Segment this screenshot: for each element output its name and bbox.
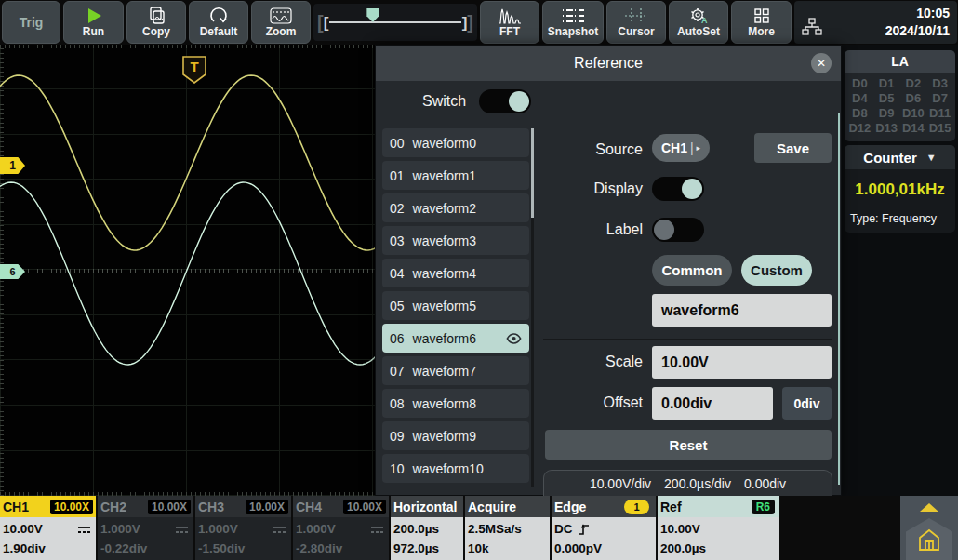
more-button[interactable]: More bbox=[731, 1, 792, 44]
counter-dropdown[interactable]: Counter ▼ bbox=[845, 145, 955, 169]
horizontal-cell[interactable]: Horizontal 200.0µs 972.0µs bbox=[391, 496, 463, 560]
acquire-cell[interactable]: Acquire 2.5MSa/s 10k bbox=[465, 496, 550, 560]
digital-channel-label: D12 bbox=[846, 121, 873, 136]
network-icon bbox=[802, 18, 822, 40]
source-label: Source bbox=[540, 141, 643, 158]
digital-channel-label: D1 bbox=[873, 76, 900, 91]
digital-channel-label: D3 bbox=[926, 76, 953, 91]
channel-name: CH1 bbox=[3, 500, 29, 514]
save-button[interactable]: Save bbox=[754, 133, 832, 163]
channel-scale: 10.00V bbox=[3, 519, 43, 539]
ref-slot-badge: R6 bbox=[752, 500, 775, 514]
ref-cell[interactable]: Ref R6 10.00V 200.0µs bbox=[658, 496, 779, 560]
trig-button[interactable]: Trig bbox=[2, 1, 60, 44]
horizontal-timebase: 200.0µs bbox=[393, 519, 460, 539]
scale-input[interactable]: 10.00V bbox=[652, 346, 832, 379]
waveform-item-number: 08 bbox=[390, 396, 405, 411]
waveform-list-item[interactable]: 03waveform3 bbox=[382, 226, 529, 255]
waveform-list-item[interactable]: 10waveform10 bbox=[382, 454, 529, 483]
snapshot-list-icon bbox=[561, 7, 585, 24]
waveform-list-item[interactable]: 08waveform8 bbox=[382, 389, 529, 418]
collapse-up-icon bbox=[920, 503, 938, 512]
waveform-list-item[interactable]: 07waveform7 bbox=[382, 356, 529, 385]
default-label: Default bbox=[200, 25, 238, 38]
ref-timebase-readout: 200.0µs/div bbox=[664, 476, 731, 491]
waveform-item-number: 07 bbox=[390, 364, 405, 379]
trigger-level-marker[interactable]: T bbox=[182, 56, 206, 84]
autoset-label: AutoSet bbox=[677, 25, 720, 38]
dialog-scrollbar[interactable] bbox=[838, 113, 840, 485]
copy-button[interactable]: Copy bbox=[126, 1, 186, 44]
reference-switch-toggle[interactable] bbox=[479, 89, 531, 113]
reset-button[interactable]: Reset bbox=[545, 430, 832, 460]
trigger-position-marker[interactable] bbox=[366, 8, 379, 22]
common-button[interactable]: Common bbox=[652, 255, 732, 286]
waveform-list-item[interactable]: 02waveform2 bbox=[382, 193, 529, 222]
digital-channel-label: D13 bbox=[873, 121, 900, 136]
edge-coupling: DC bbox=[554, 519, 573, 539]
dc-coupling-icon bbox=[175, 525, 189, 534]
default-button[interactable]: Default bbox=[189, 1, 248, 44]
list-scrollbar[interactable] bbox=[531, 128, 534, 487]
waveform-list-item[interactable]: 05waveform5 bbox=[382, 291, 529, 320]
digital-channel-label: D15 bbox=[926, 121, 953, 136]
timeline-inner-left-bracket: [ bbox=[324, 15, 329, 31]
channel-offset: 1.90div bbox=[3, 539, 93, 558]
waveform-list-item[interactable]: 01waveform1 bbox=[382, 161, 529, 190]
scale-label: Scale bbox=[540, 353, 643, 370]
acquire-samplerate: 2.5MSa/s bbox=[468, 519, 547, 539]
waveform-item-name: waveform2 bbox=[413, 201, 476, 216]
probe-atten-badge: 10.00X bbox=[246, 500, 288, 514]
waveform-list-item[interactable]: 00waveform0 bbox=[382, 128, 529, 157]
home-button[interactable] bbox=[900, 496, 958, 560]
cursor-label: Cursor bbox=[618, 25, 654, 38]
waveform-list-item[interactable]: 09waveform9 bbox=[382, 421, 529, 450]
zoom-button[interactable]: Zoom bbox=[251, 1, 311, 44]
zero-div-button[interactable]: 0div bbox=[782, 387, 832, 420]
counter-type: Type: Frequency bbox=[850, 212, 955, 225]
waveform-item-name: waveform5 bbox=[413, 299, 476, 313]
channel-cell-ch2[interactable]: CH210.00X1.000V-0.22div bbox=[98, 496, 193, 560]
custom-button[interactable]: Custom bbox=[741, 255, 812, 286]
channel-cell-ch3[interactable]: CH310.00X1.000V-1.50div bbox=[195, 496, 291, 560]
la-panel[interactable]: LA D0D1D2D3D4D5D6D7D8D9D10D11D12D13D14D1… bbox=[845, 50, 955, 141]
digital-channel-label: D7 bbox=[926, 91, 953, 106]
autoset-button[interactable]: A AutoSet bbox=[669, 1, 728, 44]
waveform-item-name: waveform7 bbox=[413, 364, 476, 379]
oscilloscope-screen: Trig Run Copy Default Zoom [ [ ] ] bbox=[0, 0, 958, 560]
display-toggle[interactable] bbox=[652, 177, 704, 201]
copy-label: Copy bbox=[142, 25, 170, 38]
waveform-item-number: 02 bbox=[390, 201, 405, 216]
autoset-gear-icon: A bbox=[688, 7, 709, 24]
clock-block[interactable]: 10:05 2024/10/11 bbox=[794, 1, 957, 44]
label-toggle[interactable] bbox=[652, 218, 704, 242]
offset-input[interactable]: 0.00div bbox=[652, 387, 773, 420]
waveform-list-item[interactable]: 04waveform4 bbox=[382, 259, 529, 287]
digital-channel-label: D5 bbox=[873, 91, 900, 106]
waveform-item-number: 04 bbox=[390, 266, 405, 281]
channel-scale: 1.000V bbox=[198, 519, 238, 539]
source-select[interactable]: CH1 | ▸ bbox=[652, 134, 710, 162]
ref-timebase: 200.0µs bbox=[660, 539, 777, 558]
fft-button[interactable]: FFT bbox=[480, 1, 539, 44]
cursor-button[interactable]: Cursor bbox=[606, 1, 666, 44]
acquire-title: Acquire bbox=[465, 496, 550, 517]
probe-atten-badge: 10.00X bbox=[50, 500, 93, 514]
edge-source-badge: 1 bbox=[624, 500, 649, 514]
horizontal-position-indicator[interactable]: [ [ ] ] bbox=[313, 4, 477, 41]
channel-cell-ch1[interactable]: CH110.00X10.00V1.90div bbox=[0, 496, 96, 560]
counter-panel: Counter ▼ 1.000,01kHz Type: Frequency bbox=[845, 145, 955, 233]
digital-channel-grid: D0D1D2D3D4D5D6D7D8D9D10D11D12D13D14D15 bbox=[845, 73, 955, 141]
edge-trigger-cell[interactable]: Edge 1 DC 0.000pV bbox=[552, 496, 656, 560]
waveform-item-name: waveform4 bbox=[413, 266, 476, 281]
waveform-list-item[interactable]: 06waveform6 bbox=[382, 324, 529, 353]
zoom-label: Zoom bbox=[266, 25, 297, 38]
run-button[interactable]: Run bbox=[63, 1, 124, 44]
snapshot-button[interactable]: Snapshot bbox=[542, 1, 604, 44]
close-icon[interactable]: ✕ bbox=[811, 53, 832, 73]
source-value: CH1 bbox=[661, 140, 687, 155]
channel-cell-ch4[interactable]: CH410.00X1.000V-2.80div bbox=[293, 496, 389, 560]
la-title: LA bbox=[845, 50, 955, 73]
ref-scale: 10.00V bbox=[660, 519, 777, 539]
label-name-input[interactable]: waveform6 bbox=[652, 294, 832, 327]
